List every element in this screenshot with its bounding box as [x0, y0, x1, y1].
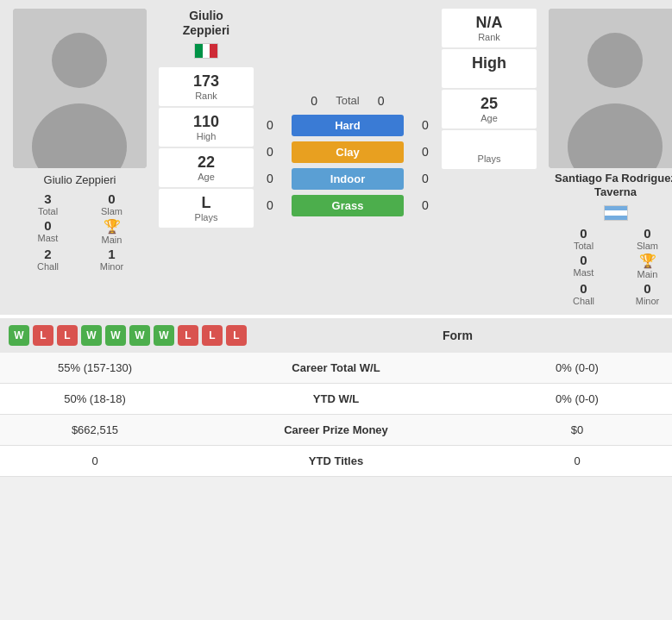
stats-row: 55% (157-130) Career Total W/L 0% (0-0) — [0, 353, 672, 384]
stat-p2: 0 — [482, 446, 672, 477]
stat-p1: 55% (157-130) — [0, 353, 190, 384]
svg-point-1 — [52, 33, 107, 88]
player2-high-val: High — [443, 54, 535, 72]
clay-button[interactable]: Clay — [292, 141, 404, 163]
form-badge-l: L — [202, 325, 223, 346]
form-badge-l: L — [226, 325, 247, 346]
clay-p1: 0 — [257, 145, 283, 159]
player1-plays-val: L — [160, 194, 252, 212]
form-badge-w: W — [81, 325, 102, 346]
player1-main-lbl: Main — [102, 235, 122, 245]
player2-mast-val: 0 — [580, 253, 587, 267]
player2-header: Santiago Fa RodriguezTaverna — [555, 172, 672, 221]
player2-minor-val: 0 — [644, 281, 650, 296]
player2-age-box: 25 Age — [442, 90, 537, 128]
stat-p2: $0 — [482, 415, 672, 446]
player1-slam-lbl: Slam — [101, 206, 122, 216]
stats-row: $662,515 Career Prize Money $0 — [0, 415, 672, 446]
stat-p2: 0% (0-0) — [482, 353, 672, 384]
player1-mast-lbl: Mast — [38, 233, 59, 243]
surface-column: 0 Total 0 0 Hard 0 0 Clay 0 0 Indoor 0 0 — [257, 9, 438, 306]
stat-label: YTD W/L — [190, 384, 482, 415]
player1-minor-cell: 1 Minor — [84, 247, 141, 272]
grass-p2: 0 — [412, 198, 438, 212]
stats-tbody: 55% (157-130) Career Total W/L 0% (0-0) … — [0, 353, 672, 477]
player1-flag — [194, 43, 218, 59]
form-badge-l: L — [33, 325, 53, 346]
player2-minor-lbl: Minor — [636, 296, 660, 306]
player1-title-name: GiulioZeppieri — [183, 9, 229, 38]
player2-chall-lbl: Chall — [573, 296, 594, 306]
player2-age-lbl: Age — [443, 113, 535, 123]
player2-chall-cell: 0 Chall — [556, 281, 612, 306]
indoor-p2: 0 — [412, 172, 438, 185]
total-label: Total — [336, 94, 359, 107]
player1-title: GiulioZeppieri — [183, 9, 229, 38]
hard-button[interactable]: Hard — [292, 115, 404, 136]
player2-main-lbl: Main — [637, 269, 658, 279]
stat-p1: 50% (18-18) — [0, 384, 190, 415]
player2-minor-cell: 0 Minor — [619, 281, 673, 306]
player2-plays-val — [443, 135, 535, 153]
player1-slam-cell: 0 Slam — [84, 191, 141, 216]
stats-row: 50% (18-18) YTD W/L 0% (0-0) — [0, 384, 672, 415]
player1-plays-box: L Plays — [159, 189, 254, 228]
player2-rank-box: N/A Rank — [442, 9, 537, 47]
player2-total-lbl: Total — [574, 241, 593, 251]
main-container: Giulio Zeppieri 3 Total 0 Slam 0 Mast 🏆 … — [0, 0, 672, 477]
player1-card: Giulio Zeppieri 3 Total 0 Slam 0 Mast 🏆 … — [4, 9, 155, 306]
player2-title: Santiago Fa RodriguezTaverna — [555, 172, 672, 198]
indoor-p1: 0 — [257, 172, 283, 185]
player2-plays-box: Plays — [442, 130, 537, 169]
total-p2: 0 — [368, 94, 394, 108]
player2-slam-lbl: Slam — [637, 241, 658, 251]
player2-total-cell: 0 Total — [556, 226, 612, 251]
player2-high-box: High — [442, 49, 537, 88]
form-badge-w: W — [154, 325, 174, 346]
player1-total-lbl: Total — [38, 206, 58, 216]
stats-table: 55% (157-130) Career Total W/L 0% (0-0) … — [0, 353, 672, 477]
form-badge-w: W — [105, 325, 126, 346]
stat-label: YTD Titles — [190, 446, 482, 477]
player1-rank-box: 173 Rank — [159, 67, 254, 106]
clay-p2: 0 — [412, 145, 438, 159]
form-badge-w: W — [129, 325, 150, 346]
form-badge-w: W — [9, 325, 29, 346]
player1-name: Giulio Zeppieri — [44, 173, 116, 186]
player-section: Giulio Zeppieri 3 Total 0 Slam 0 Mast 🏆 … — [0, 0, 672, 315]
indoor-row: 0 Indoor 0 — [257, 168, 438, 190]
player1-rank-lbl: Rank — [160, 91, 252, 101]
player1-avatar — [13, 9, 147, 168]
total-p1: 0 — [301, 94, 327, 108]
stat-p1: $662,515 — [0, 415, 190, 446]
form-badge-l: L — [178, 325, 198, 346]
grass-row: 0 Grass 0 — [257, 195, 438, 216]
player1-mast-cell: 0 Mast — [20, 218, 77, 245]
player2-rank-lbl: Rank — [443, 32, 535, 42]
player2-high-lbl — [443, 72, 535, 83]
hard-row: 0 Hard 0 — [257, 115, 438, 136]
svg-point-4 — [587, 33, 643, 88]
player1-mast-val: 0 — [44, 218, 51, 233]
player1-chall-lbl: Chall — [37, 261, 59, 272]
middle-stats: GiulioZeppieri 173 Rank 110 High 22 Age … — [159, 9, 254, 306]
grass-button[interactable]: Grass — [292, 195, 404, 216]
player2-info-box: N/A Rank High 25 Age Plays — [442, 9, 537, 306]
player2-slam-val: 0 — [644, 226, 650, 241]
stat-p2: 0% (0-0) — [482, 384, 672, 415]
player1-age-val: 22 — [160, 153, 252, 172]
stat-label: Career Prize Money — [190, 415, 482, 446]
player1-total-val: 3 — [44, 191, 51, 206]
player1-plays-lbl: Plays — [160, 212, 252, 222]
hard-p2: 0 — [412, 118, 438, 132]
player2-avatar — [549, 9, 672, 168]
hard-p1: 0 — [257, 118, 283, 132]
player1-age-box: 22 Age — [159, 148, 254, 187]
player1-trophy: 🏆 Main — [84, 218, 141, 245]
stat-label: Career Total W/L — [190, 353, 482, 384]
player2-plays-lbl: Plays — [443, 153, 535, 164]
indoor-button[interactable]: Indoor — [292, 168, 404, 190]
player2-rank-val: N/A — [443, 14, 535, 32]
player1-total-cell: 3 Total — [20, 191, 77, 216]
player2-trophy: 🏆 Main — [619, 253, 673, 279]
